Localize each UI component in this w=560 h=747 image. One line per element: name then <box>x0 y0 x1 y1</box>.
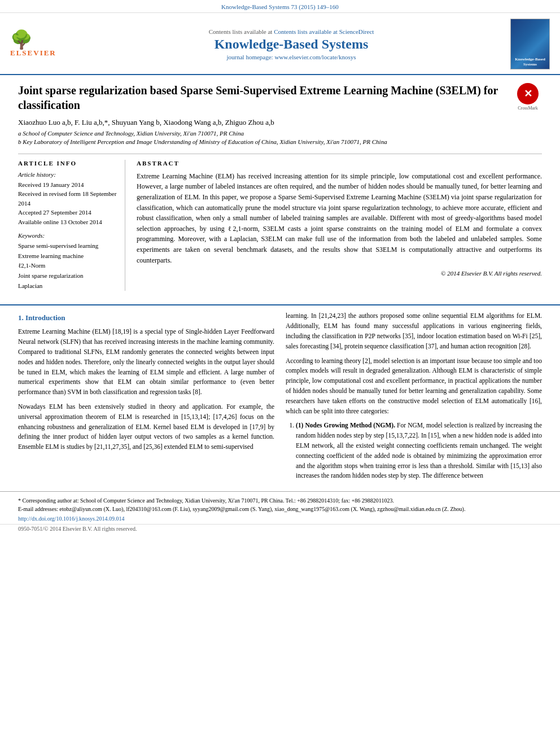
list-item-1: (1) Nodes Growing Method (NGM). For NGM,… <box>296 421 542 481</box>
crossmark-badge: ✕ <box>517 83 539 104</box>
footnote-area: * Corresponding author at: School of Com… <box>0 491 560 522</box>
abstract-col: ABSTRACT Extreme Learning Machine (ELM) … <box>137 160 542 291</box>
footnote-corresponding: * Corresponding author at: School of Com… <box>18 496 542 505</box>
main-content: 1. Introduction Extreme Learning Machine… <box>0 304 560 491</box>
journal-cover: Knowledge-Based Systems <box>510 19 550 69</box>
page: Knowledge-Based Systems 73 (2015) 149–16… <box>0 0 560 747</box>
footer-bar: 0950-7051/© 2014 Elsevier B.V. All right… <box>0 524 560 533</box>
keyword-2: Extreme learning machine <box>18 251 117 261</box>
affiliations: a School of Computer Science and Technol… <box>18 129 542 147</box>
right-para-2: According to learning theory [2], model … <box>286 356 542 417</box>
contents-line: Contents lists available at Contents lis… <box>78 28 505 35</box>
history-items: Received 19 January 2014 Received in rev… <box>18 180 117 227</box>
elsevier-logo: 🌳 ELSEVIER <box>10 30 78 58</box>
article-body: Joint sparse regularization based Sparse… <box>0 75 560 304</box>
right-para-1: learning. In [21,24,23] the authors prop… <box>286 311 542 351</box>
authors-line: Xiaozhuo Luo a,b, F. Liu a,b,*, Shuyuan … <box>18 118 542 127</box>
journal-homepage: journal homepage: www.elsevier.com/locat… <box>78 54 505 60</box>
copyright-line: © 2014 Elsevier B.V. All rights reserved… <box>137 270 542 277</box>
content-left: 1. Introduction Extreme Learning Machine… <box>18 311 274 486</box>
abstract-heading: ABSTRACT <box>137 160 542 167</box>
header-left: 🌳 ELSEVIER <box>10 30 78 58</box>
cover-text: Knowledge-Based Systems <box>513 57 547 67</box>
tree-icon: 🌳 <box>10 30 33 49</box>
affiliation-1: a School of Computer Science and Technol… <box>18 129 542 138</box>
doi-line[interactable]: http://dx.doi.org/10.1016/j.knosys.2014.… <box>18 516 542 522</box>
sciencedirect-link[interactable]: Contents lists available at ScienceDirec… <box>274 28 374 35</box>
keyword-4: Joint sparse regularization <box>18 271 117 281</box>
history-label: Article history: <box>18 171 117 178</box>
keywords-list: Sparse semi-supervised learning Extreme … <box>18 241 117 291</box>
categories-list: (1) Nodes Growing Method (NGM). For NGM,… <box>296 421 542 481</box>
article-info-heading: ARTICLE INFO <box>18 160 117 167</box>
header-center: Contents lists available at Contents lis… <box>78 28 505 60</box>
crossmark-container: ✕ CrossMark <box>514 83 542 111</box>
authors-text: Xiaozhuo Luo a,b, F. Liu a,b,*, Shuyuan … <box>18 118 274 126</box>
history-item-3: Accepted 27 September 2014 <box>18 208 117 217</box>
history-item-4: Available online 13 October 2014 <box>18 217 117 227</box>
journal-citation: Knowledge-Based Systems 73 (2015) 149–16… <box>221 3 339 10</box>
content-right: learning. In [21,24,23] the authors prop… <box>286 311 542 486</box>
article-title: Joint sparse regularization based Sparse… <box>18 83 514 112</box>
affiliation-2: b Key Laboratory of Intelligent Percepti… <box>18 138 542 146</box>
top-bar: Knowledge-Based Systems 73 (2015) 149–16… <box>0 0 560 13</box>
journal-title: Knowledge-Based Systems <box>78 37 505 52</box>
keyword-1: Sparse semi-supervised learning <box>18 241 117 251</box>
keywords-label: Keywords: <box>18 232 117 239</box>
header-right: Knowledge-Based Systems <box>505 19 550 69</box>
abstract-text: Extreme Learning Machine (ELM) has recei… <box>137 171 542 265</box>
homepage-label: journal homepage: www.elsevier.com/locat… <box>226 54 356 60</box>
issn-line: 0950-7051/© 2014 Elsevier B.V. All right… <box>18 526 137 532</box>
keyword-5: Laplacian <box>18 281 117 291</box>
keyword-3: ℓ2,1-Norm <box>18 261 117 271</box>
history-item-1: Received 19 January 2014 <box>18 180 117 190</box>
list-item-1-heading: (1) Nodes Growing Method (NGM). <box>296 422 395 429</box>
history-item-2: Received in revised form 18 September 20… <box>18 189 117 208</box>
article-info-abstract: ARTICLE INFO Article history: Received 1… <box>18 154 542 291</box>
article-title-section: Joint sparse regularization based Sparse… <box>18 83 542 112</box>
footnote-emails: E-mail addresses: etobz@aliyun.com (X. L… <box>18 505 542 513</box>
intro-heading: 1. Introduction <box>18 313 274 322</box>
intro-para-1: Extreme Learning Machine (ELM) [18,19] i… <box>18 327 274 397</box>
crossmark-label: CrossMark <box>518 106 538 111</box>
article-info-col: ARTICLE INFO Article history: Received 1… <box>18 160 125 291</box>
intro-para-2: Nowadays ELM has been extensively studie… <box>18 402 274 452</box>
list-item-1-text: For NGM, model selection is realized by … <box>296 422 542 479</box>
journal-header: 🌳 ELSEVIER Contents lists available at C… <box>0 13 560 75</box>
elsevier-name: ELSEVIER <box>10 49 56 58</box>
